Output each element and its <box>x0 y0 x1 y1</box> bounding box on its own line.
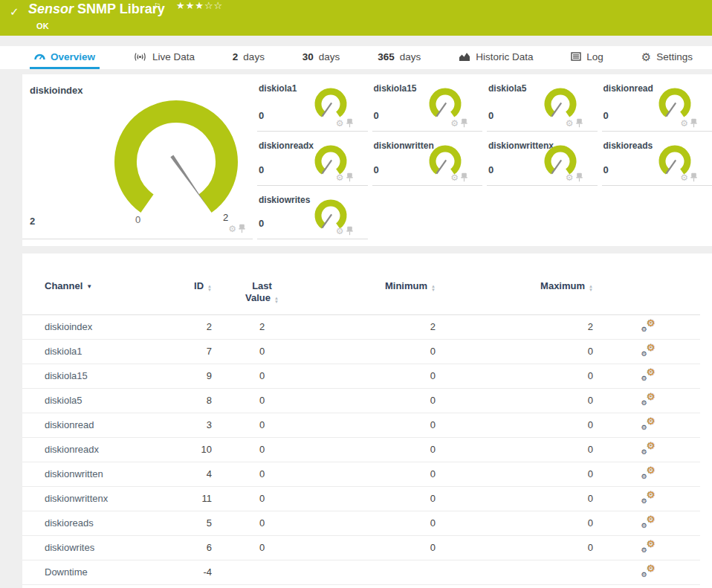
gear-icon[interactable]: ⚙ <box>680 119 688 128</box>
channel-last-value: 0 <box>212 388 312 413</box>
gauge-title: diskiowrites <box>259 195 310 205</box>
channel-name: diskionwritten <box>22 462 178 486</box>
channel-name: Downtime <box>22 560 178 584</box>
pin-icon[interactable] <box>346 226 353 236</box>
table-row-diskionwrittenx: diskionwrittenx 11 0 0 0 ⚙⚙ <box>22 486 700 511</box>
page-title: SensorSNMP Library <box>28 1 165 17</box>
channel-id: 7 <box>178 339 212 364</box>
tab-2-days[interactable]: 2 days <box>228 46 269 69</box>
gauge-tile-diskiola1: diskiola1 0 ⚙ <box>257 74 368 132</box>
gear-icon[interactable]: ⚙ <box>566 119 574 128</box>
column-header-id[interactable]: ID▲▼ <box>178 280 212 314</box>
live-data-icon <box>133 52 147 62</box>
channel-name: diskiola5 <box>22 388 178 413</box>
gear-icon[interactable]: ⚙ <box>450 173 459 182</box>
channels-panel: Channel▼ ID▲▼ LastValue▲▼ Minimum▲▼ Maxi… <box>22 253 712 588</box>
gear-icon[interactable]: ⚙ <box>450 119 459 128</box>
status-badge: OK <box>36 22 49 30</box>
pin-icon[interactable] <box>690 172 697 182</box>
channel-minimum <box>312 560 438 584</box>
gear-icon[interactable]: ⚙ <box>228 224 236 233</box>
tile-actions: ⚙ <box>336 118 353 128</box>
channel-id: 10 <box>178 437 212 462</box>
gauge-value: 0 <box>488 110 493 121</box>
table-row-diskioreads: diskioreads 5 0 0 0 ⚙⚙ <box>22 511 700 535</box>
gauge-title: diskiola1 <box>259 83 297 94</box>
pin-icon[interactable] <box>346 172 353 182</box>
tab-number: 2 <box>233 51 239 62</box>
pin-icon[interactable] <box>576 172 583 182</box>
flag-icon[interactable]: ⚐ <box>154 1 161 11</box>
channel-maximum: 0 <box>438 364 596 388</box>
tab-historic-data[interactable]: Historic Data <box>454 46 537 69</box>
gauge-dial <box>102 94 250 220</box>
tile-actions: ⚙ <box>680 118 697 128</box>
channel-name: diskionread <box>22 413 178 437</box>
tab-number: 365 <box>378 51 395 62</box>
pin-icon[interactable] <box>239 224 245 233</box>
stars-filled-icon[interactable]: ★★★ <box>176 0 204 11</box>
gear-icon[interactable]: ⚙ <box>336 227 344 236</box>
channels-table: Channel▼ ID▲▼ LastValue▲▼ Minimum▲▼ Maxi… <box>22 280 700 585</box>
title-name: SNMP Library <box>77 1 165 16</box>
channel-id: 5 <box>178 511 212 535</box>
channel-settings-icon[interactable]: ⚙⚙ <box>641 540 656 553</box>
tab-settings[interactable]: ⚙ Settings <box>637 46 697 69</box>
channel-settings-icon[interactable]: ⚙⚙ <box>641 442 656 455</box>
tab-live-data[interactable]: Live Data <box>129 46 199 69</box>
gear-icon[interactable]: ⚙ <box>566 173 574 182</box>
tab-label: Historic Data <box>476 51 533 62</box>
priority-stars[interactable]: ★★★☆☆ <box>176 0 223 11</box>
channel-last-value: 0 <box>212 339 312 364</box>
tile-actions: ⚙ <box>566 118 583 128</box>
tab-label: days <box>243 51 265 62</box>
channel-last-value: 0 <box>212 511 312 535</box>
channel-settings-icon[interactable]: ⚙⚙ <box>641 418 656 430</box>
column-header-channel[interactable]: Channel▼ <box>22 280 178 314</box>
stars-empty-icon[interactable]: ☆☆ <box>204 0 223 11</box>
gauge-value: 0 <box>603 110 609 121</box>
channel-minimum: 0 <box>312 462 438 486</box>
channel-settings-icon[interactable]: ⚙⚙ <box>641 491 656 504</box>
column-header-settings <box>596 280 700 314</box>
gear-icon[interactable]: ⚙ <box>336 119 344 128</box>
channel-name: diskiola1 <box>22 339 178 364</box>
tab-30-days[interactable]: 30 days <box>298 46 345 69</box>
column-header-last-value[interactable]: LastValue▲▼ <box>212 280 312 314</box>
tab-overview[interactable]: Overview <box>30 46 100 69</box>
gauge-value: 2 <box>30 216 35 227</box>
pin-icon[interactable] <box>690 118 697 128</box>
gauge-title: diskiola5 <box>488 83 526 94</box>
channel-settings-icon[interactable]: ⚙⚙ <box>641 344 656 357</box>
channel-settings-icon[interactable]: ⚙⚙ <box>641 369 656 381</box>
tab-365-days[interactable]: 365 days <box>373 46 425 69</box>
channel-settings-icon[interactable]: ⚙⚙ <box>641 516 656 529</box>
sensor-header: ✓ SensorSNMP Library ⚐ ★★★☆☆ OK <box>0 0 712 36</box>
channel-settings-icon[interactable]: ⚙⚙ <box>641 393 656 406</box>
channel-settings-icon[interactable]: ⚙⚙ <box>641 320 656 332</box>
header-gap <box>0 36 712 46</box>
gauge-scale-max: 2 <box>223 212 228 223</box>
channel-maximum: 0 <box>438 535 596 560</box>
pin-icon[interactable] <box>576 118 583 128</box>
channel-minimum: 2 <box>312 314 438 339</box>
tab-log[interactable]: Log <box>566 46 608 69</box>
column-label: ID <box>194 280 204 291</box>
channel-settings-icon[interactable]: ⚙⚙ <box>641 565 656 578</box>
gear-icon[interactable]: ⚙ <box>336 173 344 182</box>
gauge-title: diskioindex <box>30 85 83 96</box>
pin-icon[interactable] <box>461 118 467 128</box>
tab-label: Overview <box>51 51 95 62</box>
channel-name: diskioreads <box>22 511 178 535</box>
column-header-minimum[interactable]: Minimum▲▼ <box>312 280 438 314</box>
channel-minimum: 0 <box>312 364 438 388</box>
channel-settings-icon[interactable]: ⚙⚙ <box>641 467 656 479</box>
gauge-tile-diskiola5: diskiola5 0 ⚙ <box>487 74 598 132</box>
tab-label: Settings <box>656 51 693 62</box>
pin-icon[interactable] <box>346 118 353 128</box>
gauge-value: 0 <box>603 164 609 175</box>
column-header-maximum[interactable]: Maximum▲▼ <box>438 280 596 314</box>
gear-icon[interactable]: ⚙ <box>680 173 688 182</box>
pin-icon[interactable] <box>461 172 467 182</box>
panel-gap <box>0 69 712 74</box>
